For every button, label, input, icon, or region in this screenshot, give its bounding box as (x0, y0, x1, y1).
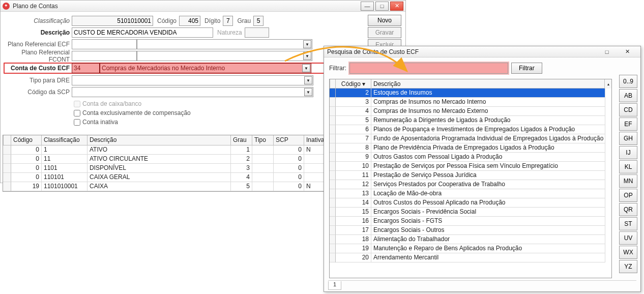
cell-codigo[interactable]: 18 (336, 235, 371, 244)
chevron-down-icon[interactable]: ▼ (304, 88, 312, 96)
chevron-down-icon[interactable]: ▼ (303, 40, 311, 48)
cell-classificacao[interactable]: 1 (42, 145, 87, 155)
grid-header[interactable]: Tipo (252, 135, 274, 145)
cell-codigo[interactable]: 6 (336, 125, 371, 134)
alpha-filter-button[interactable]: OP (619, 189, 637, 202)
conta-custo-ecf-desc-input[interactable] (100, 63, 311, 73)
row-selector[interactable] (330, 226, 336, 235)
grid-header[interactable]: Grau (231, 135, 252, 145)
cell-codigo[interactable]: 0 (11, 164, 42, 173)
cell-descricao[interactable]: ATIVO (87, 145, 231, 155)
dialog-results-grid[interactable]: Código ▾Descrição2Estoques de Insumos3Co… (329, 79, 612, 278)
descricao-input[interactable] (72, 27, 213, 38)
close-button[interactable]: ✕ (390, 2, 403, 11)
titlebar[interactable]: ✦ Plano de Contas — □ ✕ (1, 1, 405, 12)
cell-codigo[interactable]: 14 (336, 198, 371, 208)
cell-scp[interactable]: 0 (274, 145, 304, 155)
cell-descricao[interactable]: Fundo de Aposentadoria Programada Indivi… (371, 134, 605, 143)
alpha-filter-button[interactable]: 0..9 (619, 75, 637, 88)
grid-header[interactable]: SCP (274, 135, 304, 145)
codigo-input[interactable] (179, 16, 200, 26)
cell-codigo[interactable]: 0 (11, 173, 42, 182)
cell-grau[interactable]: 4 (231, 173, 252, 182)
row-selector[interactable] (330, 116, 336, 125)
cell-grau[interactable]: 1 (231, 145, 252, 155)
filter-button[interactable]: Filtrar (511, 63, 542, 74)
row-selector[interactable] (330, 107, 336, 116)
conta-custo-ecf-code-input[interactable] (72, 63, 100, 73)
alpha-filter-button[interactable]: YZ (619, 260, 637, 273)
cell-descricao[interactable]: Manutenção e Reparo de Bens Aplicados na… (371, 244, 605, 253)
plano-fcont-desc-input[interactable] (137, 51, 312, 61)
row-selector[interactable] (330, 253, 336, 262)
row-selector[interactable] (330, 189, 336, 198)
cell-tipo[interactable] (252, 182, 274, 191)
cell-descricao[interactable]: Encargos Sociais - Outros (371, 226, 605, 235)
cell-descricao[interactable]: Prestação de Serviço Pessoa Jurídica (371, 171, 605, 180)
cell-classificacao[interactable]: 110101 (42, 173, 87, 182)
grid-header[interactable]: Código (11, 135, 42, 145)
cell-descricao[interactable]: Encargos Sociais - Previdência Social (371, 208, 605, 217)
row-selector[interactable] (330, 153, 336, 162)
cell-descricao[interactable]: Outros Custos do Pessoal Aplicado na Pro… (371, 198, 605, 208)
cell-descricao[interactable]: ATIVO CIRCULANTE (87, 155, 231, 164)
cell-tipo[interactable] (252, 164, 274, 173)
filter-input[interactable] (349, 63, 508, 74)
cell-descricao[interactable]: Serviços Prestados por Cooperativa de Tr… (371, 180, 605, 189)
cell-classificacao[interactable]: 1101 (42, 164, 87, 173)
grau-input[interactable] (253, 16, 264, 26)
cell-scp[interactable]: 0 (274, 164, 304, 173)
cell-tipo[interactable] (252, 173, 274, 182)
cell-descricao[interactable]: Encargos Sociais - FGTS (371, 217, 605, 226)
alpha-filter-button[interactable]: MN (619, 174, 637, 188)
grid-header[interactable]: Descrição (371, 79, 605, 89)
alpha-filter-button[interactable]: QR (619, 203, 637, 216)
cell-classificacao[interactable]: 1101010001 (42, 182, 87, 191)
row-selector[interactable] (3, 182, 11, 191)
cell-descricao[interactable]: Locação de Mão-de-obra (371, 189, 605, 198)
alpha-filter-button[interactable]: CD (619, 103, 637, 116)
cell-codigo[interactable]: 8 (336, 143, 371, 153)
checkbox-conta-compensacao[interactable]: Conta exclusivamente de compensação (74, 108, 329, 117)
plano-ecf-desc-input[interactable] (137, 39, 312, 49)
cell-codigo[interactable]: 7 (336, 134, 371, 143)
checkbox-conta-inativa[interactable]: Conta inativa (74, 117, 329, 127)
natureza-input[interactable] (245, 27, 269, 38)
cell-tipo[interactable] (252, 155, 274, 164)
cell-descricao[interactable]: Planos de Poupança e Investimentos de Em… (371, 125, 605, 134)
chevron-down-icon[interactable]: ▼ (304, 76, 312, 84)
cell-codigo[interactable]: 13 (336, 189, 371, 198)
cell-scp[interactable]: 0 (274, 155, 304, 164)
cell-codigo[interactable]: 2 (336, 89, 371, 98)
row-selector[interactable] (330, 208, 336, 217)
cell-classificacao[interactable]: 11 (42, 155, 87, 164)
cell-descricao[interactable]: Compras de Insumos no Mercado Interno (371, 98, 605, 107)
cell-tipo[interactable] (252, 145, 274, 155)
cell-scp[interactable]: 0 (274, 182, 304, 191)
row-selector[interactable] (330, 217, 336, 226)
alpha-filter-button[interactable]: AB (619, 89, 637, 102)
maximize-button[interactable]: □ (375, 2, 389, 11)
cell-descricao[interactable]: Arrendamento Mercantil (371, 253, 605, 262)
row-selector[interactable] (330, 235, 336, 244)
novo-button[interactable]: Novo (368, 15, 401, 26)
cell-codigo[interactable]: 17 (336, 226, 371, 235)
alpha-filter-button[interactable]: KL (619, 160, 637, 173)
cell-codigo[interactable]: 3 (336, 98, 371, 107)
cell-codigo[interactable]: 0 (11, 145, 42, 155)
dialog-maximize-button[interactable]: □ (597, 47, 617, 56)
grid-header[interactable]: Classificação (42, 135, 87, 145)
cell-codigo[interactable]: 5 (336, 116, 371, 125)
row-selector[interactable] (330, 134, 336, 143)
alpha-filter-button[interactable]: ST (619, 217, 637, 230)
plano-ecf-code-input[interactable] (72, 39, 137, 49)
scroll-up-icon[interactable]: ▴ (604, 79, 611, 89)
cell-descricao[interactable]: CAIXA (87, 182, 231, 191)
cell-codigo[interactable]: 9 (336, 153, 371, 162)
cell-codigo[interactable]: 12 (336, 180, 371, 189)
dialog-titlebar[interactable]: Pesquisa de Conta de Custo ECF □ ✕ (324, 46, 640, 57)
cell-descricao[interactable]: CAIXA GERAL (87, 173, 231, 182)
chevron-down-icon[interactable]: ▼ (303, 52, 311, 60)
cell-grau[interactable]: 5 (231, 182, 252, 191)
cell-codigo[interactable]: 4 (336, 107, 371, 116)
